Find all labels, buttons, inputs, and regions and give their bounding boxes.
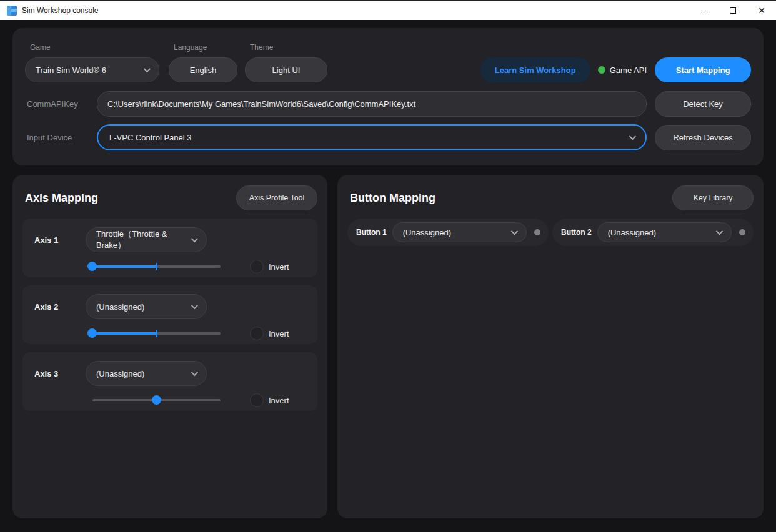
axis-mapping-panel: Axis Mapping Axis Profile Tool Axis 1 Th… (12, 175, 327, 518)
minimize-icon (701, 11, 708, 11)
maximize-button[interactable] (719, 1, 747, 20)
settings-panel: Game Train Sim World® 6 Language English… (12, 28, 764, 165)
window-title: Sim Workshop console (22, 6, 99, 15)
axis-1-card: Axis 1 Throttle（Throttle & Brake） (22, 219, 317, 277)
key-library-button[interactable]: Key Library (672, 185, 754, 210)
axis-3-select-value: (Unassigned) (96, 369, 144, 378)
learn-sim-workshop-button[interactable]: Learn Sim Workshop (480, 57, 590, 82)
axis-2-slider[interactable] (92, 327, 221, 340)
chevron-down-icon (191, 235, 198, 242)
chevron-down-icon (144, 66, 151, 72)
invert-label: Invert (269, 396, 289, 405)
axis-1-invert-radio[interactable] (250, 260, 264, 273)
button-1-select[interactable]: (Unassigned) (392, 222, 527, 242)
api-status-dot-icon (598, 66, 605, 74)
theme-button[interactable]: Light UI (245, 57, 327, 82)
comm-api-key-input[interactable] (97, 91, 647, 117)
slider-tick (156, 263, 157, 270)
axis-2-invert-radio[interactable] (250, 327, 264, 340)
axis-3-slider[interactable] (92, 393, 221, 407)
input-device-label: Input Device (25, 133, 97, 142)
close-button[interactable]: ✕ (747, 1, 776, 20)
language-button[interactable]: English (169, 57, 237, 82)
refresh-devices-button[interactable]: Refresh Devices (655, 125, 751, 150)
axis-2-select-value: (Unassigned) (96, 302, 144, 312)
button-mapping-panel: Button Mapping Key Library Button 1 (Una… (337, 175, 764, 518)
window-controls: ✕ (690, 1, 776, 20)
start-mapping-button[interactable]: Start Mapping (655, 57, 751, 82)
game-select[interactable]: Train Sim World® 6 (25, 57, 159, 82)
axis-profile-tool-button[interactable]: Axis Profile Tool (236, 185, 317, 210)
maximize-icon (730, 7, 736, 14)
slider-tick (156, 330, 157, 337)
language-label: Language (174, 43, 237, 52)
close-icon: ✕ (758, 6, 765, 15)
game-label: Game (30, 43, 159, 52)
chevron-down-icon (629, 133, 636, 140)
chevron-down-icon (191, 302, 198, 309)
titlebar: Sim Workshop console ✕ (0, 0, 776, 20)
input-device-value: L-VPC Control Panel 3 (109, 133, 192, 142)
button-1-label: Button 1 (356, 228, 387, 237)
axis-mapping-title: Axis Mapping (25, 192, 98, 205)
axis-1-select[interactable]: Throttle（Throttle & Brake） (86, 227, 207, 252)
slider-thumb[interactable] (152, 395, 161, 405)
axis-3-select[interactable]: (Unassigned) (86, 361, 207, 386)
button-mapping-title: Button Mapping (350, 192, 435, 205)
axis-1-select-value: Throttle（Throttle & Brake） (96, 229, 191, 251)
button-2-select[interactable]: (Unassigned) (597, 222, 732, 242)
language-button-label: English (190, 66, 217, 75)
axis-2-select[interactable]: (Unassigned) (86, 294, 207, 319)
axis-2-label: Axis 2 (34, 302, 86, 312)
axis-3-invert-radio[interactable] (250, 393, 264, 407)
axis-3-card: Axis 3 (Unassigned) Inver (22, 352, 317, 411)
slider-fill (92, 332, 157, 335)
button-2-card: Button 2 (Unassigned) (552, 219, 754, 246)
api-status-label: Game API (610, 66, 647, 75)
axis-3-label: Axis 3 (34, 369, 86, 378)
detect-key-button[interactable]: Detect Key (655, 91, 751, 117)
axis-1-label: Axis 1 (34, 235, 86, 245)
invert-label: Invert (269, 329, 289, 338)
chevron-down-icon (191, 369, 198, 376)
invert-label: Invert (269, 262, 289, 272)
button-1-select-value: (Unassigned) (403, 228, 451, 237)
slider-thumb[interactable] (87, 328, 97, 338)
button-2-select-value: (Unassigned) (608, 228, 656, 237)
page-background: Game Train Sim World® 6 Language English… (0, 20, 776, 532)
comm-api-key-label: CommAPIKey (25, 99, 97, 109)
chevron-down-icon (510, 228, 517, 235)
input-device-select[interactable]: L-VPC Control Panel 3 (97, 124, 647, 150)
button-1-card: Button 1 (Unassigned) (347, 219, 549, 246)
axis-2-card: Axis 2 (Unassigned) Inver (22, 285, 317, 344)
axis-1-slider[interactable] (92, 260, 221, 273)
theme-button-label: Light UI (272, 66, 301, 75)
button-2-label: Button 2 (561, 228, 592, 237)
chevron-down-icon (715, 228, 722, 235)
slider-thumb[interactable] (87, 262, 97, 271)
theme-label: Theme (250, 43, 327, 52)
button-1-state-dot-icon (534, 229, 540, 235)
slider-fill (92, 265, 157, 268)
app-icon (7, 6, 17, 16)
game-api-status: Game API (598, 66, 647, 75)
game-select-value: Train Sim World® 6 (36, 66, 106, 75)
minimize-button[interactable] (690, 1, 719, 20)
button-2-state-dot-icon (739, 229, 745, 235)
